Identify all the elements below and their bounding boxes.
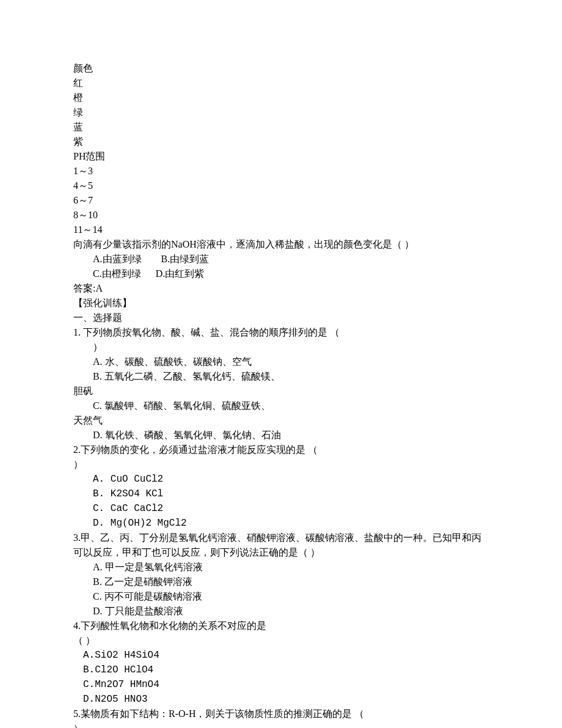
q4-opt-a: A.SiO2 H4SiO4 — [73, 648, 489, 663]
q1-opt-c: C. 氯酸钾、硝酸、氢氧化铜、硫酸亚铁、 — [73, 399, 489, 413]
q3-stem: 3.甲、乙、丙、丁分别是氢氧化钙溶液、硝酸钾溶液、碳酸钠溶液、盐酸中的一种。已知… — [73, 531, 489, 560]
part1-header: 一、选择题 — [73, 311, 489, 325]
q4-opt-c: C.Mn2O7 HMnO4 — [73, 677, 489, 692]
ph-range-2: 4～5 — [73, 178, 489, 193]
q1-stem-b: ） — [73, 340, 489, 355]
q2-opt-c: C. CaC CaCl2 — [73, 501, 489, 516]
q4-opt-d: D.N2O5 HNO3 — [73, 692, 489, 707]
q2-opt-d: D. Mg(OH)2 MgCl2 — [73, 516, 489, 531]
q4-stem-a: 4.下列酸性氧化物和水化物的关系不对应的是 — [73, 619, 489, 633]
color-header: 颜色 — [73, 61, 489, 76]
q3-opt-b: B. 乙一定是硝酸钾溶液 — [73, 575, 489, 589]
q5-stem-b: ） — [73, 721, 489, 728]
intro-opt-c: C.由橙到绿 — [93, 268, 141, 279]
section-header: 【强化训练】 — [73, 296, 489, 311]
color-green: 绿 — [73, 105, 489, 120]
color-purple: 紫 — [73, 134, 489, 149]
q1-opt-d: D. 氧化铁、磷酸、氢氧化钾、氯化钠、石油 — [73, 428, 489, 443]
q3-opt-d: D. 丁只能是盐酸溶液 — [73, 604, 489, 619]
intro-stem: 向滴有少量该指示剂的NaOH溶液中，逐滴加入稀盐酸，出现的颜色变化是（ ） — [73, 237, 489, 252]
color-blue: 蓝 — [73, 120, 489, 134]
color-orange: 橙 — [73, 90, 489, 105]
intro-opt-ab: A.由蓝到绿 B.由绿到蓝 — [73, 252, 489, 267]
q2-opt-a: A. CuO CuCl2 — [73, 472, 489, 487]
q2-opt-b: B. K2SO4 KCl — [73, 487, 489, 501]
intro-opt-cd: C.由橙到绿 D.由红到紫 — [73, 267, 489, 281]
q2-stem-a: 2.下列物质的变化，必须通过盐溶液才能反应实现的是 （ — [73, 443, 489, 457]
q1-stem-a: 1. 下列物质按氧化物、酸、碱、盐、混合物的顺序排列的是 （ — [73, 325, 489, 340]
color-red: 红 — [73, 76, 489, 90]
ph-range-3: 6～7 — [73, 193, 489, 208]
q1-opt-a: A. 水、碳酸、硫酸铁、碳酸钠、空气 — [73, 355, 489, 369]
q4-stem-b: （ ） — [73, 633, 489, 648]
ph-range-5: 11～14 — [73, 222, 489, 237]
q2-stem-b: ） — [73, 457, 489, 472]
intro-opt-b: B.由绿到蓝 — [161, 254, 210, 264]
q1-opt-c2: 天然气 — [73, 413, 489, 428]
ph-range-1: 1～3 — [73, 164, 489, 178]
ph-header: PH范围 — [73, 149, 489, 164]
intro-answer: 答案:A — [73, 281, 489, 296]
q3-opt-c: C. 丙不可能是碳酸钠溶液 — [73, 589, 489, 604]
intro-opt-d: D.由红到紫 — [156, 268, 205, 279]
q4-opt-b: B.Cl2O HClO4 — [73, 663, 489, 677]
q3-opt-a: A. 甲一定是氢氧化钙溶液 — [73, 560, 489, 575]
intro-opt-a: A.由蓝到绿 — [93, 254, 142, 264]
q1-opt-b2: 胆矾 — [73, 384, 489, 399]
q5-stem-a: 5.某物质有如下结构：R-O-H，则关于该物质性质的推测正确的是 （ — [73, 707, 489, 721]
ph-range-4: 8～10 — [73, 208, 489, 222]
q1-opt-b: B. 五氧化二磷、乙酸、氢氧化钙、硫酸镁、 — [73, 369, 489, 384]
